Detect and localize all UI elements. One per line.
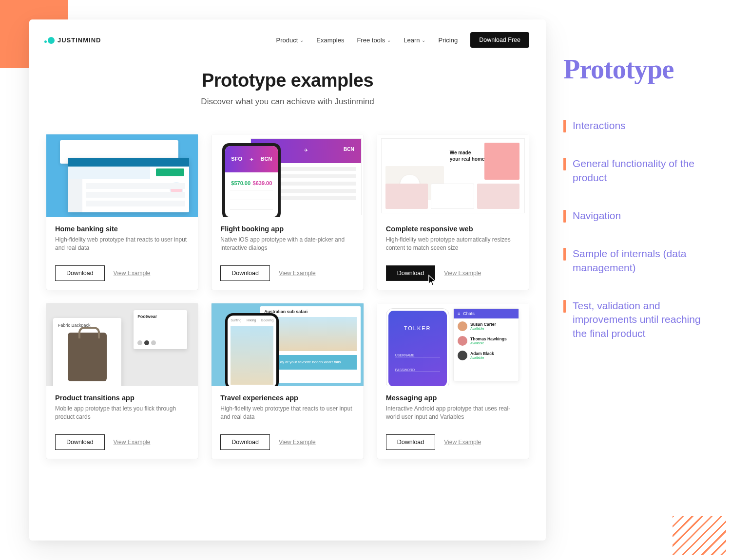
price-right: $639.00 [253, 180, 272, 186]
card-responsive-web: We made your real home Complete responsi… [377, 134, 529, 290]
bullet-item: Interactions [563, 119, 714, 132]
hero: Prototype examples Discover what you can… [46, 70, 529, 107]
brand[interactable]: JUSTINMIND [46, 36, 101, 44]
nav-free-tools-label: Free tools [357, 37, 385, 44]
nav-links: Product ⌄ Examples Free tools ⌄ Learn ⌄ … [276, 32, 529, 48]
price-left: $570.00 [231, 180, 250, 186]
bullet-tick-icon [563, 248, 566, 261]
bullet-text: Test, validation and improvements until … [573, 299, 714, 340]
card-desc: High-fidelity web prototype automaticall… [386, 236, 520, 253]
bullet-item: Sample of internals (data management) [563, 247, 714, 275]
code-to: BCN [344, 147, 354, 152]
code-from: SFO [231, 156, 242, 162]
thumb-field-user: USERNAME [395, 354, 415, 357]
bullet-tick-icon [563, 120, 566, 132]
card-desc: Native iOS app prototype with a date-pic… [220, 236, 354, 253]
thumb-field-pass: PASSWORD [395, 368, 415, 372]
contact-name: Thomas Hawkings [470, 336, 507, 341]
card-title: Product transitions app [55, 394, 189, 402]
thumb-logo: TOLKER [388, 325, 447, 331]
view-example-link[interactable]: View Example [444, 270, 481, 277]
nav-learn-label: Learn [404, 37, 420, 44]
chevron-down-icon: ⌄ [422, 37, 425, 43]
bullet-tick-icon [563, 158, 566, 170]
card-travel-experiences: Australian sub safari ay at your favorit… [211, 303, 364, 459]
nav-examples[interactable]: Examples [316, 37, 344, 44]
download-button[interactable]: Download [386, 434, 436, 450]
nav-pricing[interactable]: Pricing [438, 37, 458, 44]
nav-free-tools[interactable]: Free tools ⌄ [357, 37, 391, 44]
cards-grid: Home banking site High-fidelity web prot… [46, 134, 529, 459]
nav-learn[interactable]: Learn ⌄ [404, 37, 425, 44]
download-button[interactable]: Download [220, 265, 270, 281]
card-thumbnail: TOLKER USERNAME PASSWORD ≡Chats Susan Ca… [377, 303, 529, 386]
nav-examples-label: Examples [316, 37, 344, 44]
contact-status: Available [470, 327, 496, 330]
download-button[interactable]: Download [55, 434, 105, 450]
nav-product-label: Product [276, 37, 298, 44]
card-product-transitions: Footwear Fabric Backpack Product transit… [46, 303, 198, 459]
view-example-link[interactable]: View Example [444, 439, 481, 446]
chevron-down-icon: ⌄ [387, 37, 391, 43]
card-desc: Mobile app prototype that lets you flick… [55, 405, 189, 422]
card-title: Complete responsive web [386, 225, 520, 233]
page-subtitle: Discover what you can achieve with Justi… [46, 97, 529, 107]
bullet-text: Sample of internals (data management) [573, 247, 714, 275]
contact-status: Available [470, 341, 507, 345]
explainer-bullets: Interactions General functionality of th… [563, 119, 714, 340]
page-title: Prototype examples [46, 70, 529, 91]
plane-icon: ✈ [304, 148, 308, 153]
card-thumbnail: Footwear Fabric Backpack [46, 303, 198, 386]
bullet-item: General functionality of the product [563, 157, 714, 185]
card-thumbnail [46, 134, 198, 217]
contact-status: Available [470, 356, 494, 359]
thumb-contacts: Susan CarterAvailable Thomas HawkingsAva… [458, 321, 515, 365]
chevron-down-icon: ⌄ [300, 37, 304, 43]
download-button[interactable]: Download [55, 265, 105, 281]
thumb-hero-text: We made your real home [450, 149, 485, 162]
card-title: Messaging app [386, 394, 520, 402]
view-example-link[interactable]: View Example [279, 270, 316, 277]
navbar: JUSTINMIND Product ⌄ Examples Free tools… [46, 32, 529, 48]
card-desc: Interactive Android app prototype that u… [386, 405, 520, 422]
view-example-link[interactable]: View Example [114, 270, 151, 277]
nav-pricing-label: Pricing [438, 37, 458, 44]
card-desc: High-fidelity web prototype that reacts … [55, 236, 189, 253]
hamburger-icon: ≡ [458, 311, 460, 316]
bullet-item: Test, validation and improvements until … [563, 299, 714, 340]
contact-name: Susan Carter [470, 322, 496, 327]
card-thumbnail: We made your real home [377, 134, 529, 217]
bullet-text: General functionality of the product [573, 157, 714, 185]
download-button[interactable]: Download [220, 434, 270, 450]
brand-logo-icon [46, 36, 55, 44]
thumb-tab: Hiking [247, 318, 256, 322]
card-thumbnail: SFO ✈ BCN SFO ✈ BCN $570.00 $639.00 [212, 134, 363, 217]
decor-stripes [673, 516, 726, 555]
bullet-item: Navigation [563, 209, 714, 223]
bullet-tick-icon [563, 300, 566, 313]
view-example-link[interactable]: View Example [279, 439, 316, 446]
card-title: Travel experiences app [220, 394, 354, 402]
bullet-text: Navigation [573, 209, 621, 223]
bullet-text: Interactions [573, 119, 626, 132]
browser-window: JUSTINMIND Product ⌄ Examples Free tools… [29, 19, 546, 541]
explainer-panel: Prototype Interactions General functiona… [563, 54, 714, 340]
thumb-tab: Booking [261, 318, 273, 322]
nav-product[interactable]: Product ⌄ [276, 37, 304, 44]
brand-name: JUSTINMIND [58, 37, 101, 44]
card-thumbnail: Australian sub safari ay at your favorit… [212, 303, 363, 386]
view-example-link[interactable]: View Example [114, 439, 151, 446]
thumb-tab: Surfing [231, 318, 241, 322]
code-to: BCN [260, 156, 272, 162]
explainer-heading: Prototype [563, 54, 714, 85]
download-free-button[interactable]: Download Free [470, 32, 529, 48]
card-flight-booking: SFO ✈ BCN SFO ✈ BCN $570.00 $639.00 [211, 134, 364, 290]
download-button[interactable]: Download [386, 265, 436, 281]
card-messaging-app: TOLKER USERNAME PASSWORD ≡Chats Susan Ca… [377, 303, 529, 459]
thumb-chats-label: Chats [463, 311, 475, 316]
card-title: Flight booking app [220, 225, 354, 233]
contact-name: Adam Black [470, 351, 494, 356]
bullet-tick-icon [563, 210, 566, 223]
card-home-banking: Home banking site High-fidelity web prot… [46, 134, 198, 290]
thumb-small-label: Footwear [137, 314, 157, 319]
